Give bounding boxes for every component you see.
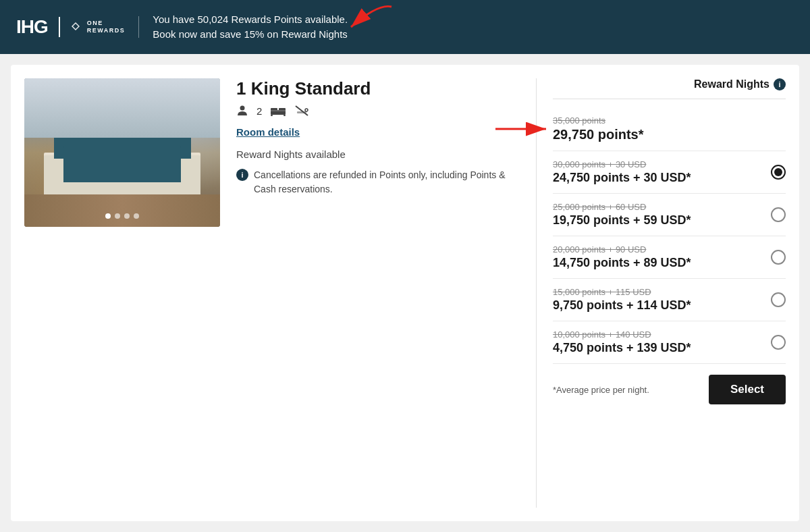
svg-point-12 bbox=[305, 109, 308, 111]
price-discounted-5: 4,750 points + 139 USD* bbox=[553, 341, 771, 355]
price-texts-2: 25,000 points + 60 USD 19,750 points + 5… bbox=[553, 202, 771, 228]
svg-rect-8 bbox=[271, 115, 273, 116]
price-texts-4: 15,000 points + 115 USD 9,750 points + 1… bbox=[553, 287, 771, 313]
pricing-footer: *Average price per night. Select bbox=[553, 369, 786, 404]
pricing-header: Reward Nights i bbox=[553, 78, 786, 99]
svg-line-10 bbox=[296, 106, 308, 115]
select-button[interactable]: Select bbox=[709, 375, 786, 404]
price-texts-0: 35,000 points 29,750 points* bbox=[553, 115, 786, 142]
price-radio-4[interactable] bbox=[771, 292, 786, 307]
no-smoking-icon bbox=[294, 105, 309, 117]
price-radio-2[interactable] bbox=[771, 207, 786, 222]
pillow-left bbox=[59, 144, 99, 161]
pillow-right bbox=[107, 144, 146, 161]
price-option-2[interactable]: 25,000 points + 60 USD 19,750 points + 5… bbox=[553, 194, 786, 236]
price-discounted-0: 29,750 points* bbox=[553, 127, 786, 142]
price-option-0: 35,000 points 29,750 points* bbox=[553, 107, 786, 151]
price-option-3[interactable]: 20,000 points + 90 USD 14,750 points + 8… bbox=[553, 236, 786, 279]
dot-4[interactable] bbox=[134, 213, 139, 219]
one-rewards-text: ONE REWARDS bbox=[87, 20, 126, 34]
price-discounted-2: 19,750 points + 59 USD* bbox=[553, 213, 771, 228]
room-image bbox=[24, 78, 220, 227]
price-discounted-3: 14,750 points + 89 USD* bbox=[553, 256, 771, 270]
price-radio-1[interactable] bbox=[771, 165, 786, 180]
price-original-4: 15,000 points + 115 USD bbox=[553, 287, 771, 297]
svg-rect-9 bbox=[284, 115, 286, 116]
price-original-3: 20,000 points + 90 USD bbox=[553, 244, 771, 255]
price-texts-3: 20,000 points + 90 USD 14,750 points + 8… bbox=[553, 244, 771, 270]
pricing-panel: Reward Nights i 35,000 points bbox=[536, 78, 786, 508]
cancellation-info-icon: i bbox=[236, 169, 248, 181]
dot-2[interactable] bbox=[115, 213, 120, 219]
price-original-5: 10,000 points + 140 USD bbox=[553, 329, 771, 340]
save-discount-line: Book now and save 15% on Reward Nights bbox=[153, 27, 348, 43]
reward-nights-info-icon[interactable]: i bbox=[774, 78, 786, 90]
price-discounted-1: 24,750 points + 30 USD* bbox=[553, 171, 771, 185]
reward-nights-label: Reward Nights bbox=[694, 78, 770, 90]
header: IHG ONE REWARDS You have 50,024 Rewards … bbox=[0, 0, 810, 54]
avg-price-note: *Average price per night. bbox=[553, 385, 649, 395]
guest-count-icon bbox=[236, 105, 248, 117]
price-option-1[interactable]: 30,000 points + 30 USD 24,750 points + 3… bbox=[553, 151, 786, 194]
ihg-diamond-icon bbox=[71, 22, 80, 31]
rewards-points-line: You have 50,024 Rewards Points available… bbox=[153, 12, 348, 28]
price-original-0: 35,000 points bbox=[553, 115, 786, 126]
svg-rect-7 bbox=[271, 110, 286, 111]
price-radio-3[interactable] bbox=[771, 250, 786, 265]
room-title: 1 King Standard bbox=[236, 78, 513, 99]
reward-nights-available: Reward Nights available bbox=[236, 149, 513, 160]
price-texts-1: 30,000 points + 30 USD 24,750 points + 3… bbox=[553, 159, 771, 185]
image-carousel-dots[interactable] bbox=[105, 213, 139, 219]
price-option-5[interactable]: 10,000 points + 140 USD 4,750 points + 1… bbox=[553, 321, 786, 364]
price-discounted-4: 9,750 points + 114 USD* bbox=[553, 298, 771, 313]
cancellation-notice: i Cancellations are refunded in Points o… bbox=[236, 168, 513, 196]
bed-icon bbox=[270, 105, 286, 116]
room-card: 1 King Standard 2 bbox=[11, 65, 799, 521]
logo-divider bbox=[59, 17, 60, 37]
price-radio-5[interactable] bbox=[771, 335, 786, 350]
guest-count: 2 bbox=[256, 105, 262, 117]
room-details-link[interactable]: Room details bbox=[236, 126, 300, 138]
bedsheet bbox=[44, 155, 200, 197]
ceiling bbox=[24, 78, 220, 138]
ihg-logo: IHG ONE REWARDS bbox=[16, 16, 139, 38]
price-texts-5: 10,000 points + 140 USD 4,750 points + 1… bbox=[553, 329, 771, 355]
room-image-container bbox=[24, 78, 220, 227]
dot-1[interactable] bbox=[105, 213, 111, 219]
room-info: 1 King Standard 2 bbox=[236, 78, 520, 508]
dot-3[interactable] bbox=[124, 213, 130, 219]
header-rewards-message: You have 50,024 Rewards Points available… bbox=[153, 12, 348, 43]
cancellation-text: Cancellations are refunded in Points onl… bbox=[254, 168, 513, 196]
room-amenity-icons: 2 bbox=[236, 105, 513, 117]
price-original-1: 30,000 points + 30 USD bbox=[553, 159, 771, 169]
price-original-2: 25,000 points + 60 USD bbox=[553, 202, 771, 212]
price-option-4[interactable]: 15,000 points + 115 USD 9,750 points + 1… bbox=[553, 279, 786, 321]
svg-point-3 bbox=[240, 106, 245, 111]
svg-rect-11 bbox=[297, 111, 306, 113]
floor bbox=[24, 194, 220, 227]
ihg-wordmark: IHG bbox=[16, 16, 48, 38]
